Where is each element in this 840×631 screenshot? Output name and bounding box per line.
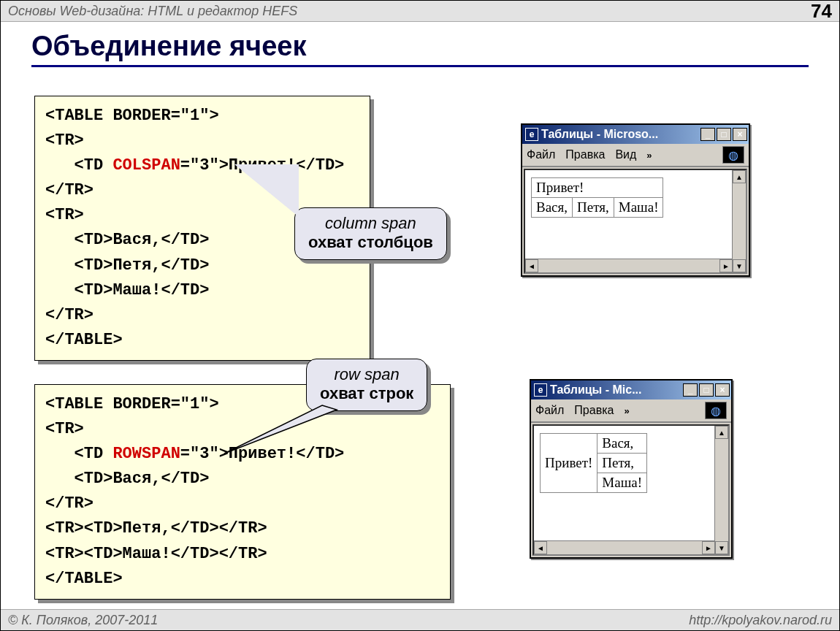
slide-title: Объединение ячеек xyxy=(31,31,839,62)
close-button[interactable]: × xyxy=(715,383,730,397)
throbber-icon: ◍ xyxy=(722,146,744,164)
menubar: Файл Правка Вид » ◍ xyxy=(522,144,749,167)
scroll-down-icon[interactable]: ▼ xyxy=(715,541,728,554)
minimize-button[interactable]: _ xyxy=(683,383,698,397)
scroll-up-icon[interactable]: ▲ xyxy=(733,170,746,183)
code-line: </TR> xyxy=(45,306,93,324)
code-line: <TD>Петя,</TD> xyxy=(45,256,209,275)
footer-copyright: © К. Поляков, 2007-2011 xyxy=(8,613,158,628)
code-line: </TR> xyxy=(45,181,93,199)
cell: Привет! xyxy=(541,434,597,493)
header-title: Основы Web-дизайна: HTML и редактор HEFS xyxy=(8,4,297,19)
ie-icon: e xyxy=(534,383,547,397)
callout-colspan: column span охват столбцов xyxy=(294,207,447,260)
page-number: 74 xyxy=(811,0,832,23)
scroll-left-icon[interactable]: ◄ xyxy=(534,541,547,554)
code-line: <TABLE BORDER="1"> xyxy=(45,107,219,125)
code-keyword-rowspan: ROWSPAN xyxy=(112,445,180,463)
callout-en: column span xyxy=(308,214,433,233)
callout-tail-svg xyxy=(220,405,337,464)
scrollbar-horizontal[interactable]: ◄ ► xyxy=(525,259,733,272)
callout-ru: охват строк xyxy=(320,384,413,403)
client-area: Привет! Вася, Петя, Маша! ▲ ▼ ◄ ► xyxy=(532,424,730,556)
rendered-table-rowspan: Привет! Вася, Петя, Маша! xyxy=(540,433,647,493)
callout-rowspan: row span охват строк xyxy=(306,359,427,411)
menu-more-icon[interactable]: » xyxy=(624,405,629,416)
menu-view[interactable]: Вид xyxy=(615,148,636,161)
code-line: </TABLE> xyxy=(45,570,123,588)
browser-window-1: e Таблицы - Microso... _ □ × Файл Правка… xyxy=(521,123,750,277)
close-button[interactable]: × xyxy=(733,128,747,141)
code-line: </TABLE> xyxy=(45,331,123,349)
scroll-left-icon[interactable]: ◄ xyxy=(525,259,538,272)
menu-file[interactable]: Файл xyxy=(527,148,555,161)
rendered-table-colspan: Привет! Вася, Петя, Маша! xyxy=(531,177,663,218)
maximize-button[interactable]: □ xyxy=(717,128,731,141)
code-line: <TR> xyxy=(45,206,84,224)
scrollbar-horizontal[interactable]: ◄ ► xyxy=(534,540,715,554)
scroll-right-icon[interactable]: ► xyxy=(719,259,733,272)
menubar: Файл Правка » ◍ xyxy=(531,399,731,423)
titlebar: e Таблицы - Microso... _ □ × xyxy=(522,125,749,144)
scroll-down-icon[interactable]: ▼ xyxy=(733,259,746,272)
scroll-up-icon[interactable]: ▲ xyxy=(715,426,728,439)
ie-icon: e xyxy=(525,128,538,141)
cell: Вася, xyxy=(532,198,573,218)
code-line: <TR> xyxy=(45,131,84,150)
footer-url: http://kpolyakov.narod.ru xyxy=(689,613,832,628)
code-line: <TD xyxy=(45,445,112,463)
menu-more-icon[interactable]: » xyxy=(646,150,652,161)
callout-tail xyxy=(234,164,299,217)
header-bar: Основы Web-дизайна: HTML и редактор HEFS… xyxy=(1,1,839,22)
callout-en: row span xyxy=(320,365,413,384)
window-title: Таблицы - Microso... xyxy=(541,128,658,141)
scrollbar-vertical[interactable]: ▲ ▼ xyxy=(732,170,746,272)
window-title: Таблицы - Mic... xyxy=(550,383,641,397)
browser-window-2: e Таблицы - Mic... _ □ × Файл Правка » ◍… xyxy=(530,379,733,559)
code-line: <TR> xyxy=(45,420,84,438)
code-line: </TR> xyxy=(45,494,93,513)
footer-bar: © К. Поляков, 2007-2011 http://kpolyakov… xyxy=(1,609,839,630)
cell: Петя, xyxy=(597,454,647,473)
code-line: <TR><TD>Петя,</TD></TR> xyxy=(45,519,267,538)
slide: Основы Web-дизайна: HTML и редактор HEFS… xyxy=(0,0,840,631)
menu-file[interactable]: Файл xyxy=(535,404,564,417)
throbber-icon: ◍ xyxy=(705,402,727,419)
maximize-button[interactable]: □ xyxy=(699,383,714,397)
code-line: <TR><TD>Маша!</TD></TR> xyxy=(45,545,267,563)
code-line: <TD>Вася,</TD> xyxy=(45,231,209,249)
code-keyword-colspan: COLSPAN xyxy=(112,156,180,175)
code-line: <TD>Маша!</TD> xyxy=(45,281,209,299)
title-underline xyxy=(31,65,809,67)
menu-edit[interactable]: Правка xyxy=(565,148,605,161)
titlebar: e Таблицы - Mic... _ □ × xyxy=(531,380,731,399)
scroll-right-icon[interactable]: ► xyxy=(702,541,715,554)
minimize-button[interactable]: _ xyxy=(700,128,715,141)
cell: Маша! xyxy=(597,473,647,493)
code-line: <TD xyxy=(45,156,112,175)
cell: Петя, xyxy=(573,198,614,218)
client-area: Привет! Вася, Петя, Маша! ▲ ▼ ◄ ► xyxy=(524,169,747,274)
scrollbar-vertical[interactable]: ▲ ▼ xyxy=(714,426,728,554)
cell: Вася, xyxy=(597,434,647,454)
callout-ru: охват столбцов xyxy=(308,233,433,252)
code-line: <TABLE BORDER="1"> xyxy=(45,395,219,413)
menu-edit[interactable]: Правка xyxy=(574,404,614,417)
code-line: <TD>Вася,</TD> xyxy=(45,470,209,488)
cell: Привет! xyxy=(532,178,663,198)
svg-marker-0 xyxy=(224,405,337,454)
cell: Маша! xyxy=(614,198,663,218)
